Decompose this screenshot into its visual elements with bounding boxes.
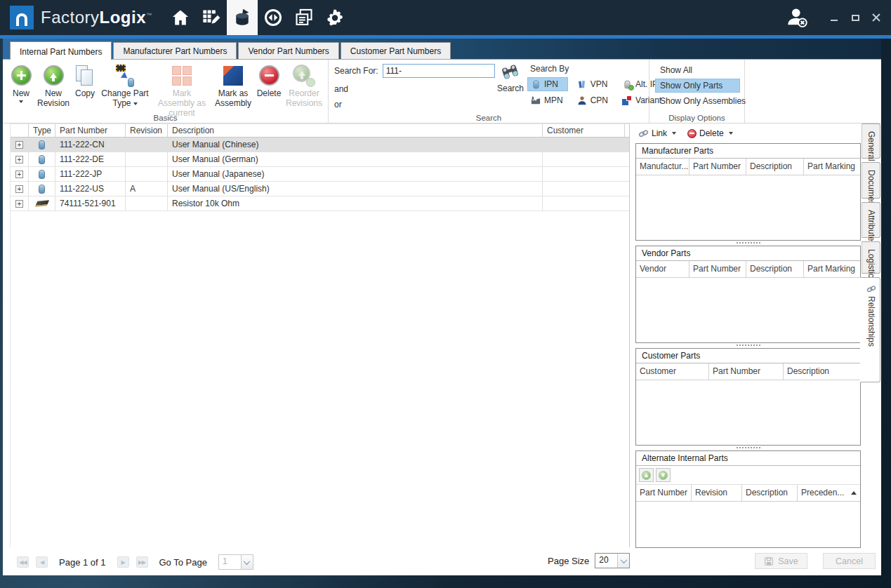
- search-for-label: Search For:: [334, 66, 378, 76]
- splitter-handle[interactable]: [635, 446, 861, 449]
- first-page-button[interactable]: ◀◀: [17, 556, 29, 568]
- header-part-number[interactable]: Part Number: [55, 124, 126, 137]
- tab-vendor-part-numbers[interactable]: Vendor Part Numbers: [238, 42, 338, 59]
- parts-database-icon[interactable]: [227, 0, 258, 35]
- maximize-button[interactable]: [845, 0, 866, 35]
- reports-icon[interactable]: [289, 0, 319, 35]
- logo-n-icon: [16, 13, 27, 26]
- tab-general[interactable]: General: [862, 123, 880, 159]
- col-revision[interactable]: Revision: [692, 485, 742, 501]
- footer-bar: ◀◀ ◀ Page 1 of 1 ▶ ▶▶ Go To Page 1 Page …: [3, 549, 881, 575]
- goto-page-combobox[interactable]: 1: [218, 554, 253, 570]
- col-vendor[interactable]: Vendor: [636, 261, 689, 277]
- mark-as-assembly-button[interactable]: Mark as Assembly: [213, 62, 253, 110]
- goto-page-label: Go To Page: [159, 557, 207, 568]
- cancel-button[interactable]: Cancel: [823, 553, 876, 569]
- header-description[interactable]: Description: [168, 124, 543, 137]
- settings-gear-icon[interactable]: [319, 0, 350, 35]
- show-all-option[interactable]: Show All: [655, 63, 740, 77]
- new-revision-button[interactable]: New Revision: [36, 62, 71, 110]
- save-button[interactable]: Save: [755, 553, 807, 569]
- planning-grid-icon[interactable]: [196, 0, 227, 35]
- col-precedence[interactable]: Preceden...: [798, 485, 860, 501]
- delete-button[interactable]: Delete: [254, 62, 284, 100]
- splitter-handle[interactable]: [635, 241, 861, 244]
- show-only-assemblies-option[interactable]: Show Only Assemblies: [655, 94, 740, 108]
- search-and-label: and: [334, 84, 495, 94]
- col-part-marking[interactable]: Part Marking: [804, 159, 860, 175]
- transfers-icon[interactable]: [258, 0, 289, 35]
- app-title: FactoryLogix™: [41, 8, 152, 27]
- col-part-marking[interactable]: Part Marking: [804, 261, 860, 277]
- table-row[interactable]: + 111-222-JP User Manual (Japanese): [11, 167, 629, 182]
- brand-bold: Logix: [100, 8, 147, 27]
- col-customer[interactable]: Customer: [636, 363, 709, 380]
- search-by-cpn-toggle[interactable]: CPN: [574, 93, 613, 107]
- search-button[interactable]: Search: [497, 62, 524, 93]
- header-revision[interactable]: Revision: [126, 124, 168, 137]
- tab-manufacturer-part-numbers[interactable]: Manufacturer Part Numbers: [113, 42, 237, 59]
- new-icon: [11, 65, 32, 86]
- show-only-parts-option[interactable]: Show Only Parts: [655, 79, 740, 93]
- copy-button[interactable]: Copy: [72, 62, 98, 100]
- page-size-combobox[interactable]: 20: [595, 553, 630, 568]
- home-icon[interactable]: [165, 0, 196, 35]
- delete-icon: [259, 65, 279, 86]
- mpn-factory-icon: [531, 95, 541, 105]
- move-down-button[interactable]: ▼: [656, 468, 671, 482]
- col-part-number[interactable]: Part Number: [689, 159, 746, 175]
- expand-toggle[interactable]: +: [15, 171, 23, 178]
- search-by-ipn-toggle[interactable]: IPN: [527, 77, 568, 91]
- splitter-handle[interactable]: [635, 343, 861, 347]
- minimize-button[interactable]: [824, 0, 845, 35]
- header-type[interactable]: Type: [29, 124, 55, 137]
- group-label-display-options: Display Options: [649, 114, 744, 122]
- col-manufacturer[interactable]: Manufactur...: [636, 159, 689, 175]
- table-row[interactable]: + 111-222-DE User Manual (German): [11, 152, 629, 167]
- close-button[interactable]: [866, 0, 887, 35]
- table-row[interactable]: + 111-222-CN User Manual (Chinese): [11, 138, 629, 152]
- col-description[interactable]: Description: [746, 261, 804, 277]
- change-part-type-button[interactable]: Change Part Type: [99, 62, 151, 110]
- col-description[interactable]: Description: [784, 363, 860, 380]
- search-by-vpn-toggle[interactable]: VPN: [574, 77, 613, 91]
- ribbon-spacer: [745, 60, 881, 123]
- reorder-revisions-icon: [293, 65, 315, 87]
- previous-page-button[interactable]: ◀: [36, 556, 48, 568]
- col-description[interactable]: Description: [746, 159, 804, 175]
- col-part-number[interactable]: Part Number: [689, 261, 746, 277]
- expand-toggle[interactable]: +: [15, 185, 23, 193]
- col-part-number[interactable]: Part Number: [636, 485, 692, 501]
- user-logout-icon[interactable]: [783, 4, 811, 32]
- tab-attributes[interactable]: Attributes: [862, 202, 880, 238]
- unlink-delete-button[interactable]: Delete: [687, 128, 733, 138]
- last-page-button[interactable]: ▶▶: [136, 556, 148, 568]
- part-type-icon: [39, 170, 45, 179]
- header-customer[interactable]: Customer: [543, 124, 625, 137]
- new-button[interactable]: New: [7, 62, 35, 105]
- table-row[interactable]: + 74111-521-901 Resistor 10k Ohm: [11, 196, 629, 211]
- expand-toggle[interactable]: +: [15, 141, 23, 149]
- expand-toggle[interactable]: +: [15, 156, 23, 163]
- next-page-button[interactable]: ▶: [117, 556, 129, 568]
- move-up-button[interactable]: ▲: [639, 468, 654, 482]
- search-by-label: Search By: [530, 64, 669, 74]
- tab-customer-part-numbers[interactable]: Customer Part Numbers: [341, 42, 451, 59]
- tab-logistics[interactable]: Logistics: [862, 241, 880, 274]
- reorder-revisions-button: Reorder Revisions: [284, 62, 324, 110]
- col-description[interactable]: Description: [742, 485, 798, 501]
- link-button[interactable]: Link: [638, 128, 676, 138]
- tab-relationships[interactable]: Relationships: [860, 277, 880, 382]
- dropdown-caret-icon: [133, 102, 138, 105]
- save-floppy-icon: [764, 556, 774, 566]
- search-input[interactable]: [383, 64, 495, 78]
- table-row[interactable]: + 111-222-US A User Manual (US/English): [11, 182, 629, 196]
- dropdown-caret-icon: [672, 132, 676, 135]
- expand-toggle[interactable]: +: [15, 200, 23, 208]
- tab-documents[interactable]: Documents: [862, 162, 880, 199]
- tab-internal-part-numbers[interactable]: Internal Part Numbers: [10, 41, 112, 60]
- col-part-number[interactable]: Part Number: [709, 363, 784, 380]
- detail-side-tabs: General Documents Attributes Logistics R…: [862, 123, 880, 386]
- search-by-mpn-toggle[interactable]: MPN: [527, 93, 568, 107]
- vpn-vendor-icon: [577, 79, 587, 89]
